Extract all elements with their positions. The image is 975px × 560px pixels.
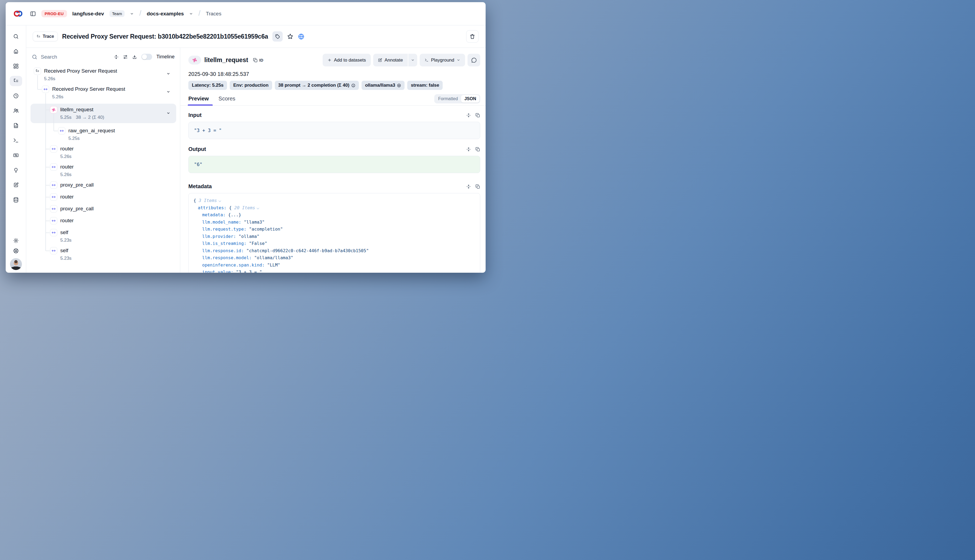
view-json-option[interactable]: JSON bbox=[461, 95, 479, 103]
copy-icon[interactable] bbox=[475, 113, 480, 118]
collapse-chevron-icon[interactable] bbox=[256, 207, 259, 209]
delete-trace-button[interactable] bbox=[466, 30, 478, 43]
annotate-dropdown-button[interactable] bbox=[408, 54, 417, 67]
tag-icon[interactable] bbox=[273, 31, 283, 42]
timeline-label: Timeline bbox=[156, 54, 175, 60]
playground-terminal-icon[interactable] bbox=[13, 137, 19, 143]
tree-item-router[interactable]: router bbox=[30, 217, 176, 224]
tree-connector bbox=[46, 221, 50, 221]
search-icon[interactable] bbox=[13, 33, 19, 39]
home-icon[interactable] bbox=[13, 48, 19, 54]
observation-badge[interactable]: Env: production bbox=[230, 81, 272, 90]
prompts-file-icon[interactable] bbox=[13, 123, 19, 128]
collapse-section-icon[interactable] bbox=[466, 184, 471, 189]
timeline-toggle[interactable] bbox=[141, 54, 152, 60]
datasets-database-icon[interactable] bbox=[13, 197, 19, 203]
playground-button[interactable]: Playground bbox=[420, 54, 465, 67]
collapse-section-icon[interactable] bbox=[466, 113, 471, 118]
collapse-all-icon[interactable] bbox=[114, 55, 119, 59]
organization-name[interactable]: langfuse-dev bbox=[72, 11, 104, 17]
tree-item-label: router bbox=[60, 217, 74, 223]
observation-badge[interactable]: stream: false bbox=[407, 81, 443, 90]
settings-gear-icon[interactable] bbox=[13, 238, 19, 243]
annotate-button[interactable]: Annotate bbox=[373, 54, 408, 67]
json-line: llm.request.type: "acompletion" bbox=[194, 226, 475, 233]
tree-item-label: Received Proxy Server Request bbox=[52, 86, 125, 92]
evaluation-percent-icon[interactable] bbox=[13, 152, 19, 158]
span-icon bbox=[42, 86, 49, 93]
trace-header-bar: Trace Received Proxy Server Request: b30… bbox=[26, 25, 486, 48]
project-name[interactable]: docs-examples bbox=[147, 11, 184, 17]
tab-preview[interactable]: Preview bbox=[188, 96, 209, 105]
json-line: { 3 Items bbox=[194, 197, 475, 204]
tree-item-received-proxy-server-request[interactable]: Received Proxy Server Request5.26s bbox=[30, 68, 176, 82]
json-line: input.value: "3 + 3 = " bbox=[194, 269, 475, 273]
observation-badge[interactable]: 38 prompt → 2 completion (Σ 40) bbox=[275, 81, 359, 90]
traces-icon[interactable] bbox=[10, 76, 22, 86]
detail-header: litellm_request ID Add to datasets bbox=[188, 54, 480, 67]
tree-item-received-proxy-server-request[interactable]: Received Proxy Server Request5.26s bbox=[30, 86, 176, 100]
tree-item-raw-gen-ai-request[interactable]: raw_gen_ai_request5.25s bbox=[30, 127, 176, 141]
copy-id-button[interactable]: ID bbox=[253, 58, 263, 63]
tree-item-self[interactable]: self5.23s bbox=[30, 247, 176, 261]
observation-badge[interactable]: ollama/llama3 bbox=[361, 81, 405, 90]
tree-item-metrics: 5.25s bbox=[69, 136, 115, 141]
tree-item-label: proxy_pre_call bbox=[60, 205, 94, 212]
tree-item-metrics: 5.26s bbox=[60, 154, 74, 159]
observation-title: litellm_request bbox=[204, 57, 248, 64]
observation-timestamp: 2025-09-30 18:48:25.537 bbox=[188, 71, 480, 77]
tree-connector bbox=[54, 131, 58, 131]
tree-item-router[interactable]: router bbox=[30, 193, 176, 201]
tree-settings-icon[interactable] bbox=[123, 55, 128, 59]
tree-item-router[interactable]: router5.26s bbox=[30, 145, 176, 159]
tree-connector bbox=[45, 93, 46, 251]
observation-tree: Received Proxy Server Request5.26sReceiv… bbox=[30, 68, 176, 261]
span-icon bbox=[50, 193, 57, 201]
app-window: PROD-EU langfuse-dev Team / docs-example… bbox=[6, 2, 486, 273]
search-input[interactable]: Search bbox=[32, 54, 109, 60]
tree-item-litellm-request[interactable]: litellm_request5.25s38 → 2 (Σ 40) bbox=[30, 104, 176, 123]
tab-scores[interactable]: Scores bbox=[219, 96, 235, 105]
collapse-section-icon[interactable] bbox=[466, 147, 471, 152]
tree-item-self[interactable]: self5.23s bbox=[30, 229, 176, 243]
tree-item-proxy-pre-call[interactable]: proxy_pre_call bbox=[30, 182, 176, 189]
view-formatted-option[interactable]: Formatted bbox=[435, 95, 461, 103]
tree-item-router[interactable]: router5.26s bbox=[30, 163, 176, 177]
annotation-queues-icon[interactable] bbox=[13, 182, 19, 188]
trace-title: Received Proxy Server Request: b3010b422… bbox=[62, 33, 268, 40]
copy-icon bbox=[253, 58, 258, 63]
tree-connector bbox=[46, 250, 50, 251]
search-icon bbox=[32, 54, 38, 60]
tree-connector bbox=[38, 89, 42, 90]
public-globe-icon[interactable] bbox=[298, 33, 304, 40]
chevron-down-icon[interactable] bbox=[166, 111, 170, 116]
plus-icon bbox=[328, 58, 331, 62]
sessions-clock-icon[interactable] bbox=[13, 93, 19, 99]
comments-button[interactable] bbox=[468, 54, 480, 67]
span-icon bbox=[50, 205, 57, 212]
chevron-down-icon[interactable] bbox=[166, 72, 170, 77]
star-icon[interactable] bbox=[287, 33, 293, 40]
tree-item-label: proxy_pre_call bbox=[60, 182, 94, 188]
breadcrumb-separator: / bbox=[139, 9, 141, 18]
dashboards-icon[interactable] bbox=[13, 63, 19, 69]
download-icon[interactable] bbox=[132, 55, 137, 59]
observation-badge[interactable]: Latency: 5.25s bbox=[188, 81, 227, 90]
support-lifebuoy-icon[interactable] bbox=[13, 248, 19, 254]
user-avatar[interactable] bbox=[10, 258, 22, 270]
org-chevron-down-icon[interactable] bbox=[130, 12, 134, 16]
copy-icon[interactable] bbox=[475, 147, 480, 152]
tree-item-label: litellm_request bbox=[60, 106, 104, 113]
collapse-chevron-icon[interactable] bbox=[218, 199, 221, 202]
tree-item-proxy-pre-call[interactable]: proxy_pre_call bbox=[30, 205, 176, 212]
lightbulb-icon[interactable] bbox=[13, 167, 19, 173]
users-icon[interactable] bbox=[13, 108, 19, 114]
add-to-datasets-button[interactable]: Add to datasets bbox=[323, 54, 371, 67]
sidebar-toggle-icon[interactable] bbox=[30, 11, 36, 17]
project-chevron-down-icon[interactable] bbox=[189, 12, 193, 16]
chevron-down-icon[interactable] bbox=[166, 90, 170, 95]
copy-icon[interactable] bbox=[475, 184, 480, 189]
output-content: "6" bbox=[188, 156, 480, 173]
breadcrumb-section[interactable]: Traces bbox=[206, 11, 221, 17]
generation-icon bbox=[188, 56, 201, 65]
